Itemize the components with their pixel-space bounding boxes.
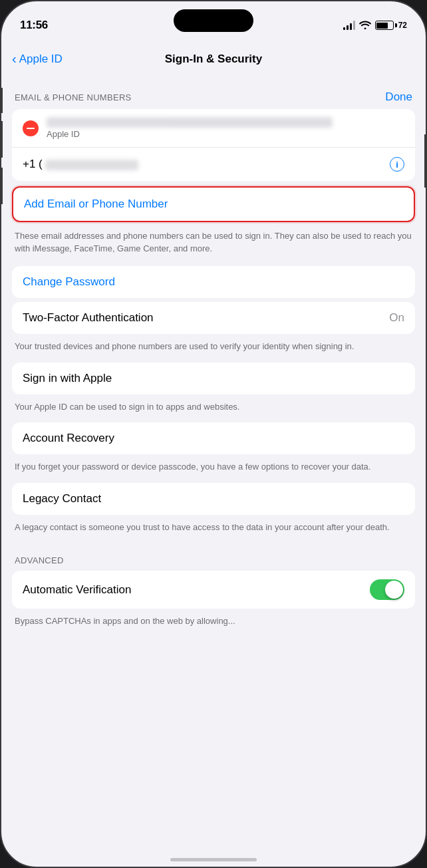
nav-bar: ‹ Apple ID Sign-In & Security xyxy=(1,40,426,78)
auto-verify-toggle[interactable] xyxy=(370,579,404,600)
email-blurred-text xyxy=(47,117,333,128)
legacy-contact-label: Legacy Contact xyxy=(23,492,101,506)
add-email-label: Add Email or Phone Number xyxy=(24,198,168,210)
phone-prefix: +1 ( xyxy=(23,158,43,170)
legacy-contact-desc: A legacy contact is someone you trust to… xyxy=(1,519,426,543)
back-label: Apple ID xyxy=(19,53,63,66)
account-recovery-row[interactable]: Account Recovery xyxy=(12,422,415,454)
two-factor-label: Two-Factor Authentication xyxy=(23,311,154,325)
phone-row[interactable]: +1 ( i xyxy=(12,148,415,181)
wifi-icon xyxy=(359,20,371,31)
toggle-thumb xyxy=(385,581,403,599)
apple-id-row[interactable]: Apple ID xyxy=(12,109,415,148)
auto-verify-desc: Bypass CAPTCHAs in apps and on the web b… xyxy=(1,613,426,637)
auto-verify-row[interactable]: Automatic Verification xyxy=(12,571,415,609)
auto-verify-card: Automatic Verification xyxy=(12,571,415,609)
email-section-header: EMAIL & PHONE NUMBERS Done xyxy=(1,78,426,109)
sign-in-apple-card: Sign in with Apple xyxy=(12,362,415,394)
account-recovery-label: Account Recovery xyxy=(23,432,114,445)
change-password-label: Change Password xyxy=(23,275,115,289)
signal-icon xyxy=(343,21,355,30)
done-button[interactable]: Done xyxy=(385,90,412,104)
info-icon[interactable]: i xyxy=(390,157,404,172)
auto-verify-label: Automatic Verification xyxy=(23,583,131,597)
apple-id-sub-label: Apple ID xyxy=(47,129,404,139)
page-title: Sign-In & Security xyxy=(165,53,262,66)
sign-in-apple-label: Sign in with Apple xyxy=(23,372,112,385)
advanced-section-header: ADVANCED xyxy=(1,543,426,571)
email-card: Apple ID +1 ( i xyxy=(12,109,415,181)
add-email-row[interactable]: Add Email or Phone Number xyxy=(12,186,415,222)
email-section-label: EMAIL & PHONE NUMBERS xyxy=(15,92,132,102)
chevron-left-icon: ‹ xyxy=(12,51,17,67)
phone-frame: 11:56 72 xyxy=(0,0,427,868)
account-recovery-card: Account Recovery xyxy=(12,422,415,454)
remove-email-button[interactable] xyxy=(23,120,39,136)
advanced-section-label: ADVANCED xyxy=(15,555,64,565)
home-indicator xyxy=(170,858,257,861)
change-password-row[interactable]: Change Password xyxy=(12,266,415,298)
two-factor-value: On xyxy=(389,311,404,325)
scroll-content[interactable]: EMAIL & PHONE NUMBERS Done Apple ID +1 (… xyxy=(1,78,426,867)
two-factor-row[interactable]: Two-Factor Authentication On xyxy=(12,302,415,334)
status-icons: 72 xyxy=(343,20,407,31)
phone-blurred-text xyxy=(45,160,138,170)
email-section-desc: These email addresses and phone numbers … xyxy=(1,227,426,266)
sign-in-apple-desc: Your Apple ID can be used to sign in to … xyxy=(1,398,426,423)
dynamic-island xyxy=(174,9,253,32)
back-button[interactable]: ‹ Apple ID xyxy=(12,52,63,67)
change-password-card: Change Password xyxy=(12,266,415,298)
account-recovery-desc: If you forget your password or device pa… xyxy=(1,458,426,483)
two-factor-desc: Your trusted devices and phone numbers a… xyxy=(1,338,426,362)
battery-icon: 72 xyxy=(375,21,407,30)
sign-in-apple-row[interactable]: Sign in with Apple xyxy=(12,362,415,394)
status-time: 11:56 xyxy=(20,19,48,32)
legacy-contact-row[interactable]: Legacy Contact xyxy=(12,483,415,515)
two-factor-card: Two-Factor Authentication On xyxy=(12,302,415,334)
legacy-contact-card: Legacy Contact xyxy=(12,483,415,515)
